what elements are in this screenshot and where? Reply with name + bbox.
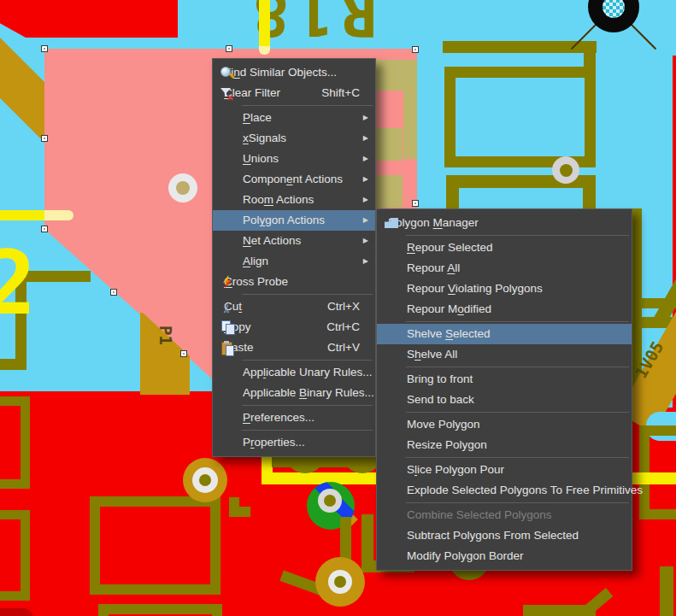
- menu-item-label: Modify Polygon Border: [407, 546, 524, 566]
- component-outline: [98, 604, 222, 616]
- menu-icon-spacer: [384, 438, 403, 452]
- menu-icon-spacer: [384, 348, 403, 361]
- menu-item-repour-violating-polygons[interactable]: Repour Violating Polygons: [377, 279, 632, 299]
- selection-handle[interactable]: [41, 226, 48, 232]
- cross-probe-icon: [220, 275, 238, 289]
- menu-item-label: Net Actions: [243, 231, 301, 251]
- menu-item-repour-selected[interactable]: Repour Selected: [377, 238, 632, 258]
- menu-item-place[interactable]: Place▶: [213, 108, 375, 128]
- menu-item-copy[interactable]: CopyCtrl+C: [213, 317, 375, 337]
- menu-separator: [406, 321, 629, 322]
- submenu-arrow-icon: ▶: [363, 210, 370, 231]
- component-outline: [0, 510, 30, 601]
- selection-handle[interactable]: [41, 135, 48, 142]
- submenu-arrow-icon: ▶: [363, 251, 370, 272]
- selection-handle[interactable]: [180, 350, 187, 357]
- menu-item-applicable-unary-rules[interactable]: Applicable Unary Rules...: [213, 362, 375, 383]
- component-outline: [90, 496, 220, 595]
- selection-handle[interactable]: [412, 46, 419, 53]
- menu-item-explode-selected-polygons-to-free-primitives[interactable]: Explode Selected Polygons To Free Primit…: [377, 480, 632, 501]
- menu-icon-spacer: [384, 529, 403, 543]
- menu-item-xsignals[interactable]: xSignals▶: [213, 128, 375, 149]
- menu-item-polygon-actions[interactable]: Polygon Actions▶: [213, 210, 375, 231]
- selection-handle[interactable]: [110, 289, 117, 296]
- menu-item-applicable-binary-rules[interactable]: Applicable Binary Rules...: [213, 383, 375, 403]
- selection-handle[interactable]: [41, 45, 48, 52]
- selection-handle[interactable]: [412, 200, 419, 207]
- menu-icon-spacer: [384, 282, 403, 296]
- menu-item-label: Place: [243, 108, 272, 128]
- trace-vertical: [583, 175, 596, 208]
- menu-item-component-actions[interactable]: Component Actions▶: [213, 169, 375, 190]
- copper-blob-dark-red: [0, 608, 33, 616]
- paste-icon: [220, 341, 238, 355]
- menu-item-room-actions[interactable]: Room Actions▶: [213, 190, 375, 210]
- menu-item-cut[interactable]: CutCtrl+X: [213, 296, 375, 317]
- menu-item-label: Combine Selected Polygons: [407, 505, 552, 525]
- menu-item-label: Resize Polygon: [407, 435, 487, 455]
- menu-item-label: Send to back: [407, 390, 474, 410]
- menu-item-paste[interactable]: PasteCtrl+V: [213, 337, 375, 358]
- menu-separator: [242, 294, 373, 295]
- menu-item-label: Polygon Actions: [243, 210, 325, 231]
- menu-item-label: Slice Polygon Pour: [407, 460, 504, 480]
- menu-item-label: Unions: [243, 149, 279, 169]
- menu-item-preferences[interactable]: Preferences...: [213, 408, 375, 428]
- menu-item-label: Repour All: [407, 258, 460, 279]
- menu-separator: [242, 405, 373, 406]
- menu-item-shelve-all[interactable]: Shelve All: [377, 344, 632, 365]
- menu-icon-spacer: [220, 214, 238, 227]
- menu-item-slice-polygon-pour[interactable]: Slice Polygon Pour: [377, 460, 632, 480]
- menu-separator: [406, 412, 629, 413]
- menu-item-label: Repour Selected: [407, 238, 493, 258]
- menu-separator: [406, 502, 629, 503]
- menu-item-resize-polygon[interactable]: Resize Polygon: [377, 435, 632, 455]
- menu-item-properties[interactable]: Properties...: [213, 432, 375, 453]
- menu-separator: [406, 235, 629, 236]
- menu-item-shortcut: Shift+C: [321, 83, 370, 103]
- menu-item-modify-polygon-border[interactable]: Modify Polygon Border: [377, 546, 632, 566]
- menu-item-align[interactable]: Align▶: [213, 251, 375, 272]
- menu-item-subtract-polygons-from-selected[interactable]: Subtract Polygons From Selected: [377, 525, 632, 546]
- menu-icon-spacer: [384, 302, 403, 316]
- menu-item-label: Align: [243, 251, 268, 272]
- menu-icon-spacer: [220, 386, 238, 400]
- menu-icon-spacer: [220, 436, 238, 449]
- menu-item-shelve-selected[interactable]: Shelve Selected: [377, 324, 632, 344]
- menu-icon-spacer: [384, 484, 403, 497]
- menu-item-bring-to-front[interactable]: Bring to front: [377, 369, 632, 390]
- submenu-arrow-icon: ▶: [363, 190, 370, 210]
- menu-icon-spacer: [220, 173, 238, 186]
- pad-center: [334, 576, 346, 588]
- menu-item-send-to-back[interactable]: Send to back: [377, 390, 632, 410]
- trace-elbow: [229, 507, 250, 517]
- menu-item-polygon-manager[interactable]: Polygon Manager: [377, 213, 632, 233]
- pad-center: [176, 181, 190, 195]
- menu-item-net-actions[interactable]: Net Actions▶: [213, 231, 375, 251]
- menu-item-unions[interactable]: Unions▶: [213, 149, 375, 169]
- menu-item-combine-selected-polygons: Combine Selected Polygons: [377, 505, 632, 525]
- selection-handle[interactable]: [226, 45, 232, 52]
- menu-icon-spacer: [384, 373, 403, 386]
- menu-icon-spacer: [220, 111, 238, 125]
- menu-icon-spacer: [220, 366, 238, 379]
- menu-item-label: Repour Violating Polygons: [407, 279, 543, 299]
- menu-item-repour-modified[interactable]: Repour Modified: [377, 299, 632, 320]
- component-outline: [444, 67, 596, 167]
- menu-item-cross-probe[interactable]: Cross Probe: [213, 272, 375, 292]
- menu-separator: [406, 367, 629, 367]
- menu-item-label: Component Actions: [243, 169, 343, 190]
- menu-item-move-polygon[interactable]: Move Polygon: [377, 414, 632, 435]
- menu-item-label: Shelve All: [407, 344, 457, 365]
- menu-item-repour-all[interactable]: Repour All: [377, 258, 632, 279]
- pad-center: [560, 164, 573, 177]
- menu-item-shortcut: Ctrl+X: [327, 296, 370, 317]
- menu-item-clear-filter[interactable]: Clear FilterShift+C: [213, 83, 375, 103]
- cut-icon: [220, 300, 238, 314]
- menu-item-find-similar-objects[interactable]: Find Similar Objects...: [213, 62, 375, 83]
- menu-icon-spacer: [384, 327, 403, 341]
- menu-icon-spacer: [220, 152, 238, 166]
- context-menu: Find Similar Objects...Clear FilterShift…: [212, 58, 376, 457]
- menu-item-label: Find Similar Objects...: [224, 62, 337, 83]
- menu-item-shortcut: Ctrl+V: [327, 337, 370, 358]
